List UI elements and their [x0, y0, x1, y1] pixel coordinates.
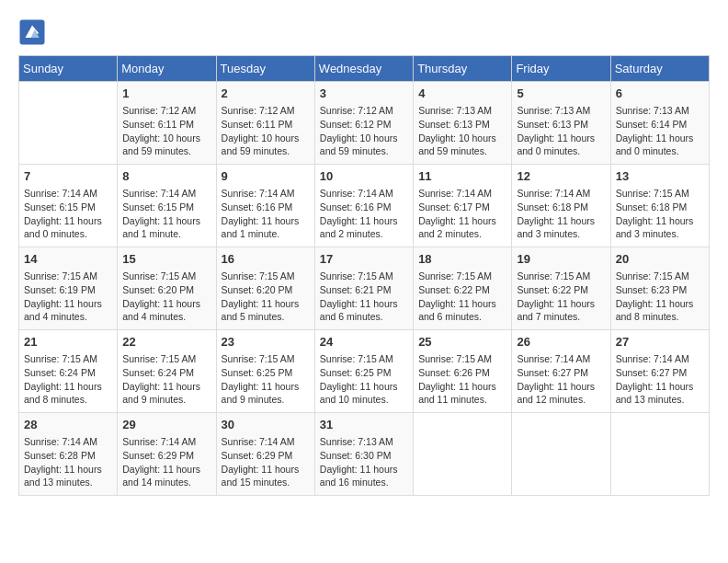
calendar-cell: 24Sunrise: 7:15 AM Sunset: 6:25 PM Dayli… [314, 330, 413, 413]
day-info: Sunrise: 7:14 AM Sunset: 6:27 PM Dayligh… [517, 352, 605, 407]
day-number: 22 [122, 334, 210, 350]
day-number: 26 [517, 334, 605, 350]
day-number: 7 [24, 168, 112, 185]
day-number: 24 [320, 334, 408, 350]
weekday-header: Friday [512, 56, 610, 82]
day-info: Sunrise: 7:15 AM Sunset: 6:20 PM Dayligh… [222, 270, 310, 324]
day-number: 11 [418, 168, 506, 185]
calendar-cell: 21Sunrise: 7:15 AM Sunset: 6:24 PM Dayli… [19, 330, 118, 413]
day-number: 19 [517, 251, 605, 268]
calendar-cell: 7Sunrise: 7:14 AM Sunset: 6:15 PM Daylig… [19, 165, 118, 247]
weekday-header: Thursday [414, 56, 512, 82]
calendar-cell: 28Sunrise: 7:14 AM Sunset: 6:28 PM Dayli… [19, 413, 118, 496]
calendar-cell: 29Sunrise: 7:14 AM Sunset: 6:29 PM Dayli… [118, 413, 216, 496]
calendar-cell: 19Sunrise: 7:15 AM Sunset: 6:22 PM Dayli… [512, 247, 610, 330]
day-number: 21 [24, 334, 112, 350]
logo [18, 18, 48, 46]
day-info: Sunrise: 7:14 AM Sunset: 6:15 PM Dayligh… [122, 187, 210, 241]
calendar-cell: 30Sunrise: 7:14 AM Sunset: 6:29 PM Dayli… [216, 413, 314, 496]
day-number: 25 [418, 334, 506, 350]
day-info: Sunrise: 7:15 AM Sunset: 6:24 PM Dayligh… [122, 352, 210, 407]
calendar-cell: 11Sunrise: 7:14 AM Sunset: 6:17 PM Dayli… [414, 165, 512, 247]
day-number: 27 [616, 334, 704, 350]
day-number: 6 [616, 86, 704, 102]
day-number: 23 [222, 334, 310, 350]
day-number: 15 [122, 251, 210, 268]
calendar-body: 1Sunrise: 7:12 AM Sunset: 6:11 PM Daylig… [19, 82, 710, 496]
day-info: Sunrise: 7:15 AM Sunset: 6:26 PM Dayligh… [418, 352, 506, 407]
day-number: 30 [222, 417, 310, 433]
day-info: Sunrise: 7:14 AM Sunset: 6:18 PM Dayligh… [517, 187, 605, 241]
calendar-cell: 20Sunrise: 7:15 AM Sunset: 6:23 PM Dayli… [610, 247, 709, 330]
day-number: 20 [616, 251, 704, 268]
calendar-cell: 23Sunrise: 7:15 AM Sunset: 6:25 PM Dayli… [216, 330, 314, 413]
calendar-table: SundayMondayTuesdayWednesdayThursdayFrid… [18, 55, 710, 496]
day-number: 5 [517, 86, 605, 102]
calendar-cell: 18Sunrise: 7:15 AM Sunset: 6:22 PM Dayli… [414, 247, 512, 330]
day-info: Sunrise: 7:12 AM Sunset: 6:12 PM Dayligh… [320, 104, 408, 158]
calendar-cell: 9Sunrise: 7:14 AM Sunset: 6:16 PM Daylig… [216, 165, 314, 247]
day-number: 18 [418, 251, 506, 268]
day-info: Sunrise: 7:15 AM Sunset: 6:18 PM Dayligh… [616, 187, 704, 241]
calendar-cell: 17Sunrise: 7:15 AM Sunset: 6:21 PM Dayli… [314, 247, 413, 330]
calendar-cell: 8Sunrise: 7:14 AM Sunset: 6:15 PM Daylig… [118, 165, 216, 247]
day-number: 8 [122, 168, 210, 185]
calendar-cell: 2Sunrise: 7:12 AM Sunset: 6:11 PM Daylig… [216, 82, 314, 165]
day-info: Sunrise: 7:13 AM Sunset: 6:13 PM Dayligh… [418, 104, 506, 158]
day-number: 1 [122, 86, 210, 102]
calendar-cell: 14Sunrise: 7:15 AM Sunset: 6:19 PM Dayli… [19, 247, 118, 330]
calendar-cell [414, 413, 512, 496]
day-number: 29 [122, 417, 210, 433]
weekday-header: Monday [118, 56, 216, 82]
day-number: 3 [320, 86, 408, 102]
day-info: Sunrise: 7:14 AM Sunset: 6:15 PM Dayligh… [24, 187, 112, 241]
day-number: 17 [320, 251, 408, 268]
day-info: Sunrise: 7:15 AM Sunset: 6:20 PM Dayligh… [122, 270, 210, 324]
day-info: Sunrise: 7:12 AM Sunset: 6:11 PM Dayligh… [122, 104, 210, 158]
calendar-cell: 12Sunrise: 7:14 AM Sunset: 6:18 PM Dayli… [512, 165, 610, 247]
day-number: 14 [24, 251, 112, 268]
day-number: 4 [418, 86, 506, 102]
day-info: Sunrise: 7:14 AM Sunset: 6:28 PM Dayligh… [24, 435, 112, 489]
day-info: Sunrise: 7:15 AM Sunset: 6:23 PM Dayligh… [616, 270, 704, 324]
day-info: Sunrise: 7:14 AM Sunset: 6:29 PM Dayligh… [122, 435, 210, 489]
day-info: Sunrise: 7:15 AM Sunset: 6:21 PM Dayligh… [320, 270, 408, 324]
calendar-cell: 5Sunrise: 7:13 AM Sunset: 6:13 PM Daylig… [512, 82, 610, 165]
calendar-cell: 15Sunrise: 7:15 AM Sunset: 6:20 PM Dayli… [118, 247, 216, 330]
weekday-header: Tuesday [216, 56, 314, 82]
page-header [18, 18, 710, 46]
calendar-header: SundayMondayTuesdayWednesdayThursdayFrid… [19, 56, 710, 82]
calendar-cell: 6Sunrise: 7:13 AM Sunset: 6:14 PM Daylig… [610, 82, 709, 165]
day-info: Sunrise: 7:15 AM Sunset: 6:22 PM Dayligh… [418, 270, 506, 324]
day-info: Sunrise: 7:14 AM Sunset: 6:16 PM Dayligh… [320, 187, 408, 241]
day-info: Sunrise: 7:13 AM Sunset: 6:14 PM Dayligh… [616, 104, 704, 158]
day-number: 12 [517, 168, 605, 185]
day-info: Sunrise: 7:13 AM Sunset: 6:13 PM Dayligh… [517, 104, 605, 158]
calendar-cell: 4Sunrise: 7:13 AM Sunset: 6:13 PM Daylig… [414, 82, 512, 165]
calendar-cell: 1Sunrise: 7:12 AM Sunset: 6:11 PM Daylig… [118, 82, 216, 165]
weekday-header: Saturday [610, 56, 709, 82]
day-number: 2 [222, 86, 310, 102]
calendar-cell: 31Sunrise: 7:13 AM Sunset: 6:30 PM Dayli… [314, 413, 413, 496]
calendar-cell: 10Sunrise: 7:14 AM Sunset: 6:16 PM Dayli… [314, 165, 413, 247]
day-info: Sunrise: 7:14 AM Sunset: 6:29 PM Dayligh… [222, 435, 310, 489]
day-number: 13 [616, 168, 704, 185]
day-info: Sunrise: 7:15 AM Sunset: 6:19 PM Dayligh… [24, 270, 112, 324]
day-number: 16 [222, 251, 310, 268]
day-number: 28 [24, 417, 112, 433]
day-number: 10 [320, 168, 408, 185]
weekday-header: Wednesday [314, 56, 413, 82]
calendar-cell: 27Sunrise: 7:14 AM Sunset: 6:27 PM Dayli… [610, 330, 709, 413]
day-info: Sunrise: 7:15 AM Sunset: 6:25 PM Dayligh… [320, 352, 408, 407]
calendar-cell: 22Sunrise: 7:15 AM Sunset: 6:24 PM Dayli… [118, 330, 216, 413]
calendar-cell: 16Sunrise: 7:15 AM Sunset: 6:20 PM Dayli… [216, 247, 314, 330]
calendar-cell: 3Sunrise: 7:12 AM Sunset: 6:12 PM Daylig… [314, 82, 413, 165]
day-info: Sunrise: 7:14 AM Sunset: 6:16 PM Dayligh… [222, 187, 310, 241]
calendar-cell: 26Sunrise: 7:14 AM Sunset: 6:27 PM Dayli… [512, 330, 610, 413]
day-number: 31 [320, 417, 408, 433]
calendar-cell [19, 82, 118, 165]
weekday-header: Sunday [19, 56, 118, 82]
calendar-cell [512, 413, 610, 496]
logo-icon [18, 18, 46, 46]
day-info: Sunrise: 7:14 AM Sunset: 6:27 PM Dayligh… [616, 352, 704, 407]
